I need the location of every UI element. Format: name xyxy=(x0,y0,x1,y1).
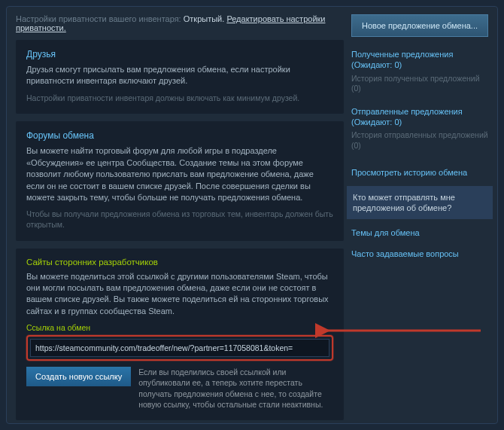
sidebar-view-history[interactable]: Просмотреть историю обмена xyxy=(351,162,488,183)
sidebar-received-link[interactable]: Полученные предложения (Ожидают: 0) xyxy=(351,47,488,72)
sidebar-sent-group: Отправленные предложения (Ожидают: 0) Ис… xyxy=(351,105,488,151)
panel-friends-body: Друзья смогут присылать вам предложения … xyxy=(26,64,333,87)
trade-url-input[interactable] xyxy=(30,339,329,357)
panel-thirdparty: Сайты сторонних разработчиков Вы можете … xyxy=(16,249,344,420)
sidebar-received-history[interactable]: История полученных предложений (0) xyxy=(351,74,488,94)
sidebar-received-group: Полученные предложения (Ожидают: 0) Исто… xyxy=(351,47,488,94)
panel-friends-hint: Настройки приватности инвентаря должны в… xyxy=(26,93,333,104)
panel-forums: Форумы обмена Вы можете найти торговый ф… xyxy=(16,121,344,240)
privacy-prefix: Настройки приватности вашего инвентаря: xyxy=(16,14,184,23)
sidebar-sent-link[interactable]: Отправленные предложения (Ожидают: 0) xyxy=(351,105,488,130)
create-new-url-button[interactable]: Создать новую ссылку xyxy=(26,367,131,386)
sidebar-sent-history[interactable]: История отправленных предложений (0) xyxy=(351,130,488,151)
panel-forums-hint: Чтобы вы получали предложения обмена из … xyxy=(26,209,333,230)
sidebar-who-can-send[interactable]: Кто может отправлять мне предложения об … xyxy=(347,186,493,220)
new-url-description: Если вы поделились своей ссылкой или опу… xyxy=(138,367,333,410)
panel-friends: Друзья Друзья смогут присылать вам предл… xyxy=(16,40,344,114)
panel-friends-title: Друзья xyxy=(26,49,333,59)
privacy-status: Открытый. xyxy=(184,14,227,23)
sidebar-faq[interactable]: Часто задаваемые вопросы xyxy=(351,243,488,264)
trade-url-highlight-box xyxy=(26,335,333,361)
panel-forums-body: Вы можете найти торговый форум для любой… xyxy=(26,145,333,203)
sidebar: Новое предложение обмена... Полученные п… xyxy=(351,14,488,414)
new-trade-offer-button[interactable]: Новое предложение обмена... xyxy=(351,14,488,37)
panel-thirdparty-body: Вы можете поделиться этой ссылкой с друг… xyxy=(26,271,333,318)
trade-url-label: Ссылка на обмен xyxy=(26,323,333,332)
privacy-header: Настройки приватности вашего инвентаря: … xyxy=(16,14,344,32)
panel-forums-title: Форумы обмена xyxy=(26,130,333,141)
sidebar-trade-topics[interactable]: Темы для обмена xyxy=(351,222,488,243)
panel-thirdparty-title: Сайты сторонних разработчиков xyxy=(26,258,333,267)
main-column: Настройки приватности вашего инвентаря: … xyxy=(16,14,344,414)
trade-settings-window: Настройки приватности вашего инвентаря: … xyxy=(6,6,498,424)
